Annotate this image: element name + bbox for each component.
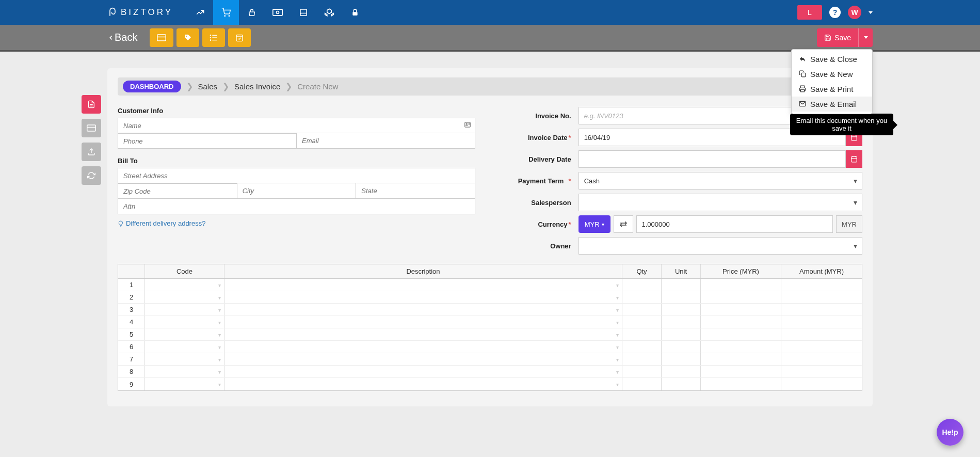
- cell-unit[interactable]: [662, 291, 701, 303]
- caret-down-icon: ▾: [218, 332, 221, 337]
- cell-code[interactable]: ▾: [145, 316, 224, 328]
- save-print-item[interactable]: Save & Print: [792, 82, 872, 97]
- cell-price[interactable]: [701, 279, 781, 291]
- cell-code[interactable]: ▾: [145, 304, 224, 316]
- cell-price[interactable]: [701, 328, 781, 340]
- save-button[interactable]: Save: [817, 28, 858, 47]
- cell-description[interactable]: ▾: [224, 378, 622, 390]
- nav-basket-icon[interactable]: [239, 0, 265, 25]
- toolbar-list-button[interactable]: [202, 28, 225, 47]
- cell-code[interactable]: ▾: [145, 378, 224, 390]
- help-icon[interactable]: ?: [829, 7, 841, 18]
- save-email-item[interactable]: Save & Email: [792, 97, 872, 112]
- nav-cart-icon[interactable]: [213, 0, 239, 25]
- cell-qty[interactable]: [622, 341, 662, 353]
- salesperson-select[interactable]: [579, 194, 862, 211]
- breadcrumb-sales-invoice[interactable]: Sales Invoice: [234, 82, 280, 91]
- cell-qty[interactable]: [622, 328, 662, 340]
- cell-unit[interactable]: [662, 378, 701, 390]
- cell-qty[interactable]: [622, 353, 662, 365]
- cell-unit[interactable]: [662, 316, 701, 328]
- save-dropdown-toggle[interactable]: [858, 28, 873, 47]
- cell-unit[interactable]: [662, 328, 701, 340]
- back-button[interactable]: Back: [107, 31, 137, 43]
- save-close-item[interactable]: Save & Close: [792, 52, 872, 67]
- cell-unit[interactable]: [662, 279, 701, 291]
- side-tab-upload[interactable]: [82, 143, 101, 161]
- nav-analytics-icon[interactable]: [187, 0, 213, 25]
- delivery-date-picker-button[interactable]: [846, 150, 862, 168]
- cell-qty[interactable]: [622, 316, 662, 328]
- cell-price[interactable]: [701, 304, 781, 316]
- cell-code[interactable]: ▾: [145, 279, 224, 291]
- cell-description[interactable]: ▾: [224, 328, 622, 340]
- customer-email-input[interactable]: [296, 133, 475, 149]
- cell-code[interactable]: ▾: [145, 341, 224, 353]
- cell-description[interactable]: ▾: [224, 279, 622, 291]
- save-button-group: Save Save & Close Save & New Save & Prin…: [817, 28, 873, 47]
- cell-qty[interactable]: [622, 279, 662, 291]
- cell-description[interactable]: ▾: [224, 341, 622, 353]
- city-input[interactable]: [237, 183, 356, 199]
- currency-rate-input[interactable]: [636, 215, 833, 233]
- nav-lock-icon[interactable]: [342, 0, 368, 25]
- cell-description[interactable]: ▾: [224, 316, 622, 328]
- side-tab-refresh[interactable]: [82, 166, 101, 185]
- currency-btn-label: MYR: [585, 220, 600, 228]
- state-input[interactable]: [356, 183, 475, 199]
- toolbar-tag-button[interactable]: [176, 28, 199, 47]
- zip-input[interactable]: [118, 183, 237, 199]
- nav-book-icon[interactable]: [291, 0, 316, 25]
- side-tab-document[interactable]: [82, 95, 101, 114]
- cell-code[interactable]: ▾: [145, 328, 224, 340]
- customer-phone-input[interactable]: [118, 133, 296, 149]
- cell-qty[interactable]: [622, 304, 662, 316]
- cell-description[interactable]: ▾: [224, 353, 622, 365]
- cell-code[interactable]: ▾: [145, 291, 224, 303]
- user-menu-caret-icon[interactable]: [869, 11, 873, 14]
- calendar-check-icon: [235, 34, 244, 42]
- payment-term-select[interactable]: Cash: [579, 172, 862, 190]
- cell-unit[interactable]: [662, 304, 701, 316]
- cell-price[interactable]: [701, 316, 781, 328]
- attn-input[interactable]: [118, 199, 475, 214]
- cell-description[interactable]: ▾: [224, 304, 622, 316]
- cell-unit[interactable]: [662, 353, 701, 365]
- cell-qty[interactable]: [622, 378, 662, 390]
- cell-unit[interactable]: [662, 341, 701, 353]
- save-new-item[interactable]: Save & New: [792, 67, 872, 82]
- breadcrumb-dashboard[interactable]: DASHBOARD: [123, 81, 181, 92]
- street-input[interactable]: [118, 168, 475, 183]
- different-delivery-link[interactable]: Different delivery address?: [118, 219, 205, 227]
- cell-description[interactable]: ▾: [224, 291, 622, 303]
- avatar[interactable]: W: [848, 6, 861, 19]
- card-icon: [87, 124, 96, 132]
- owner-select[interactable]: [579, 237, 862, 255]
- cell-qty[interactable]: [622, 291, 662, 303]
- cell-description[interactable]: ▾: [224, 366, 622, 377]
- brand-logo[interactable]: BIZTORY: [107, 7, 173, 18]
- customer-name-input[interactable]: [118, 118, 475, 133]
- nav-boxes-icon[interactable]: [316, 0, 342, 25]
- toolbar-calendar-button[interactable]: [228, 28, 251, 47]
- cell-code[interactable]: ▾: [145, 353, 224, 365]
- bill-to-label: Bill To: [118, 157, 475, 165]
- breadcrumb-sales[interactable]: Sales: [198, 82, 218, 91]
- cell-price[interactable]: [701, 291, 781, 303]
- cell-price[interactable]: [701, 378, 781, 390]
- plan-badge[interactable]: L: [797, 5, 822, 20]
- cell-price[interactable]: [701, 366, 781, 377]
- cell-qty[interactable]: [622, 366, 662, 377]
- currency-swap-button[interactable]: [614, 215, 633, 233]
- save-email-label: Save & Email: [810, 100, 857, 108]
- cell-code[interactable]: ▾: [145, 366, 224, 377]
- side-tab-payment[interactable]: [82, 119, 101, 137]
- currency-button[interactable]: MYR ▾: [579, 215, 611, 233]
- cell-price[interactable]: [701, 353, 781, 365]
- toolbar-card-button[interactable]: [150, 28, 173, 47]
- cell-price[interactable]: [701, 341, 781, 353]
- delivery-date-input[interactable]: [579, 150, 846, 168]
- contact-card-icon[interactable]: [464, 121, 471, 130]
- nav-money-icon[interactable]: [265, 0, 291, 25]
- cell-unit[interactable]: [662, 366, 701, 377]
